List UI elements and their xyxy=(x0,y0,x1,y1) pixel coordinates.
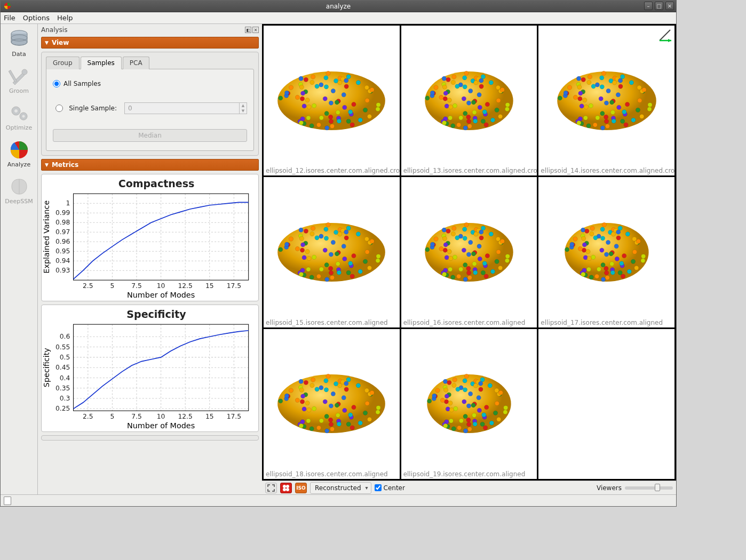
viewer-caption: ellipsoid_12.isores.center.com.aligned.c… xyxy=(266,167,400,174)
svg-point-389 xyxy=(505,254,510,258)
svg-point-88 xyxy=(279,95,283,100)
menu-help[interactable]: Help xyxy=(57,14,73,22)
viewer-cell[interactable]: ellipsoid_17.isores.center.com.aligned xyxy=(538,177,674,327)
svg-point-449 xyxy=(627,269,631,274)
svg-point-302 xyxy=(319,267,323,271)
undock-icon[interactable]: ◧ xyxy=(245,27,251,33)
svg-point-437 xyxy=(604,270,608,275)
svg-text:15: 15 xyxy=(205,413,214,420)
slider-thumb[interactable] xyxy=(655,484,660,491)
svg-point-630 xyxy=(449,408,454,412)
view-section-header[interactable]: View xyxy=(41,37,259,49)
svg-point-555 xyxy=(376,410,380,414)
svg-text:Number of Modes: Number of Modes xyxy=(127,291,195,299)
tab-group[interactable]: Group xyxy=(46,57,80,69)
svg-point-315 xyxy=(324,227,328,231)
svg-point-278 xyxy=(609,100,614,104)
maximize-button[interactable]: □ xyxy=(655,2,663,10)
tool-data[interactable]: Data xyxy=(4,27,35,60)
svg-point-295 xyxy=(329,270,334,275)
metrics-section-header[interactable]: Metrics xyxy=(41,159,259,171)
svg-point-596 xyxy=(451,427,456,431)
svg-point-82 xyxy=(365,85,369,90)
svg-point-581 xyxy=(468,392,472,396)
svg-point-206 xyxy=(446,77,450,82)
specificity-svg: 2.557.51012.51517.50.250.30.350.40.450.5… xyxy=(42,321,255,430)
viewers-slider[interactable] xyxy=(625,486,673,490)
svg-point-446 xyxy=(565,247,569,252)
viewer-cell[interactable]: ellipsoid_13.isores.center.com.aligned.c… xyxy=(401,26,537,175)
all-samples-radio-input[interactable] xyxy=(53,80,60,87)
svg-point-218 xyxy=(455,84,459,88)
fit-icon[interactable] xyxy=(265,483,277,493)
svg-point-387 xyxy=(457,274,461,278)
svg-text:0.3: 0.3 xyxy=(60,395,70,402)
tool-analyze[interactable]: Analyze xyxy=(4,138,35,170)
svg-point-139 xyxy=(337,119,342,123)
svg-point-242 xyxy=(593,123,597,127)
viewer-cell[interactable]: ellipsoid_15.isores.center.com.aligned xyxy=(264,177,400,327)
svg-point-379 xyxy=(496,250,501,254)
reconstructed-dropdown[interactable]: Reconstructed xyxy=(310,482,371,494)
svg-point-137 xyxy=(342,92,346,97)
svg-point-152 xyxy=(469,89,473,93)
svg-point-642 xyxy=(443,424,448,428)
svg-point-331 xyxy=(346,226,351,230)
svg-point-429 xyxy=(442,272,446,276)
svg-text:12.5: 12.5 xyxy=(178,413,192,420)
viewer-cell[interactable]: ellipsoid_12.isores.center.com.aligned.c… xyxy=(264,26,400,175)
single-sample-radio-input[interactable] xyxy=(53,105,66,112)
svg-point-452 xyxy=(591,255,595,259)
svg-point-621 xyxy=(432,394,437,398)
svg-point-142 xyxy=(299,121,304,125)
viewer-cell[interactable]: ellipsoid_19.isores.center.com.aligned xyxy=(401,329,537,479)
svg-point-121 xyxy=(285,91,289,95)
svg-point-456 xyxy=(634,266,638,270)
svg-point-263 xyxy=(564,91,568,95)
iso-icon[interactable]: ISO xyxy=(295,483,307,493)
viewer-cell[interactable]: ellipsoid_18.isores.center.com.aligned xyxy=(264,329,400,479)
svg-point-253 xyxy=(577,97,582,101)
svg-point-289 xyxy=(591,84,596,88)
svg-point-204 xyxy=(462,97,466,101)
svg-point-257 xyxy=(620,74,624,78)
svg-text:Number of Modes: Number of Modes xyxy=(127,421,195,430)
svg-point-411 xyxy=(464,222,469,227)
minimize-button[interactable]: – xyxy=(644,2,653,10)
svg-point-163 xyxy=(496,98,501,102)
viewer-cell[interactable]: ellipsoid_14.isores.center.com.aligned.c… xyxy=(538,26,674,175)
center-checkbox-input[interactable] xyxy=(375,484,382,491)
close-button[interactable]: ✕ xyxy=(665,2,674,10)
svg-point-482 xyxy=(602,222,606,227)
piechart-icon xyxy=(7,140,31,160)
svg-point-428 xyxy=(443,243,448,247)
svg-point-466 xyxy=(573,237,577,241)
single-sample-radio[interactable]: Single Sample: xyxy=(53,105,117,112)
svg-point-236 xyxy=(589,103,593,108)
close-panel-icon[interactable]: ✕ xyxy=(252,27,259,33)
tab-pca[interactable]: PCA xyxy=(123,57,149,69)
center-checkbox[interactable]: Center xyxy=(375,484,405,492)
svg-point-454 xyxy=(589,275,593,279)
svg-point-400 xyxy=(442,228,446,232)
svg-point-217 xyxy=(442,85,447,89)
viewer-cell[interactable]: ellipsoid_16.isores.center.com.aligned xyxy=(401,177,537,327)
tab-samples[interactable]: Samples xyxy=(81,57,122,69)
tool-optimize-label: Optimize xyxy=(6,124,32,131)
menu-file[interactable]: File xyxy=(4,14,15,22)
viewer-cell[interactable] xyxy=(538,329,674,479)
svg-point-425 xyxy=(447,250,451,254)
svg-point-284 xyxy=(576,121,581,125)
view-header-label: View xyxy=(52,39,69,46)
svg-point-412 xyxy=(478,257,482,261)
svg-point-273 xyxy=(622,109,626,114)
render-mode-icon[interactable] xyxy=(280,483,292,493)
svg-point-415 xyxy=(495,259,499,263)
svg-point-576 xyxy=(315,387,319,391)
svg-point-339 xyxy=(324,236,329,241)
single-sample-label: Single Sample: xyxy=(69,105,117,112)
menu-options[interactable]: Options xyxy=(23,14,50,22)
svg-point-506 xyxy=(636,239,640,243)
all-samples-radio[interactable]: All Samples xyxy=(53,80,247,87)
svg-point-182 xyxy=(443,97,447,101)
